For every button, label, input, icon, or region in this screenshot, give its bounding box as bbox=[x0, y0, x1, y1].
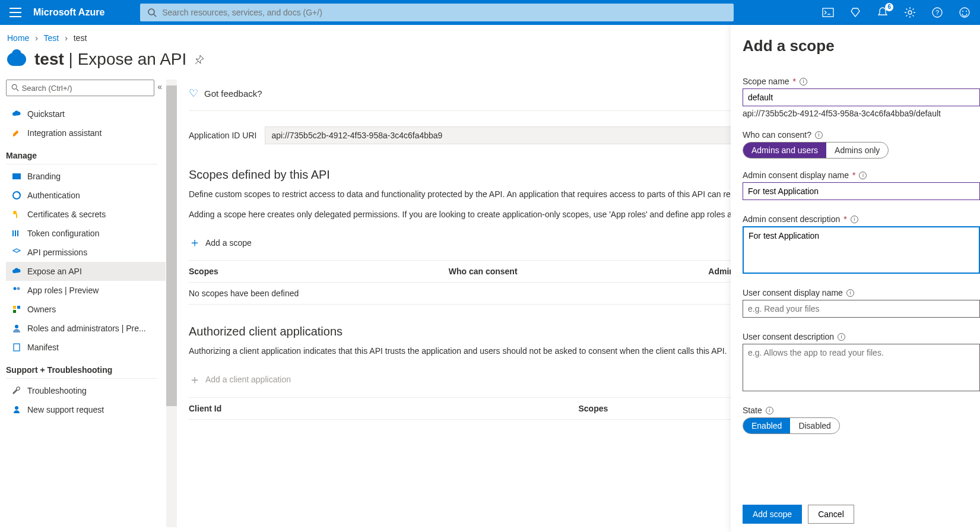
info-icon[interactable]: i bbox=[838, 333, 845, 341]
sidebar-item-quickstart[interactable]: Quickstart bbox=[6, 104, 166, 124]
col-consent: Who can consent bbox=[449, 267, 709, 276]
sidebar-item-manifest[interactable]: Manifest bbox=[6, 338, 166, 357]
svg-line-11 bbox=[17, 89, 19, 91]
svg-rect-25 bbox=[14, 344, 20, 351]
feedback-icon[interactable] bbox=[959, 7, 971, 18]
notifications-icon[interactable]: 6 bbox=[877, 7, 889, 18]
sidebar-item-certificates[interactable]: Certificates & secrets bbox=[6, 205, 166, 224]
pin-icon[interactable] bbox=[195, 55, 204, 64]
svg-point-0 bbox=[148, 9, 154, 15]
svg-point-19 bbox=[14, 287, 17, 290]
sidebar-item-app-roles[interactable]: App roles | Preview bbox=[6, 281, 166, 300]
auth-icon bbox=[12, 191, 21, 200]
cloud-icon bbox=[12, 267, 21, 276]
svg-rect-15 bbox=[16, 214, 17, 218]
app-registration-icon bbox=[7, 53, 26, 66]
sidebar-search[interactable]: Search (Ctrl+/) bbox=[6, 80, 154, 96]
admin-display-input[interactable] bbox=[743, 182, 980, 200]
sidebar-item-branding[interactable]: Branding bbox=[6, 167, 166, 186]
state-disabled[interactable]: Disabled bbox=[790, 418, 839, 433]
brand-label: Microsoft Azure bbox=[33, 7, 104, 18]
info-icon[interactable]: i bbox=[846, 289, 854, 297]
sidebar-scrollbar[interactable] bbox=[166, 80, 177, 527]
svg-rect-12 bbox=[12, 173, 21, 179]
sidebar-item-authentication[interactable]: Authentication bbox=[6, 186, 166, 205]
scope-name-label: Scope name*i bbox=[743, 77, 980, 86]
wrench-icon bbox=[12, 386, 21, 395]
info-icon[interactable]: i bbox=[859, 172, 867, 179]
search-icon bbox=[11, 84, 20, 92]
svg-point-20 bbox=[17, 287, 20, 290]
state-toggle[interactable]: Enabled Disabled bbox=[743, 417, 840, 434]
svg-point-24 bbox=[15, 325, 18, 328]
top-toolbar: 6 ? bbox=[822, 7, 971, 18]
scrollbar-thumb[interactable] bbox=[166, 86, 177, 406]
consent-toggle[interactable]: Admins and users Admins only bbox=[743, 142, 889, 159]
support-icon bbox=[12, 405, 21, 414]
user-display-label: User consent display namei bbox=[743, 288, 980, 297]
sidebar-item-owners[interactable]: Owners bbox=[6, 300, 166, 319]
state-label: Statei bbox=[743, 406, 980, 415]
svg-rect-17 bbox=[15, 230, 16, 236]
sidebar-item-api-permissions[interactable]: API permissions bbox=[6, 243, 166, 262]
sidebar-section-support: Support + Troubleshooting bbox=[6, 357, 157, 379]
consent-label: Who can consent?i bbox=[743, 130, 980, 140]
admin-desc-input[interactable] bbox=[743, 226, 980, 274]
consent-admins-users[interactable]: Admins and users bbox=[743, 142, 826, 158]
consent-admins-only[interactable]: Admins only bbox=[826, 142, 888, 158]
svg-point-26 bbox=[15, 406, 18, 410]
breadcrumb-home[interactable]: Home bbox=[7, 33, 29, 43]
svg-rect-2 bbox=[823, 8, 833, 17]
info-icon[interactable]: i bbox=[800, 78, 807, 86]
col-client-id: Client Id bbox=[189, 404, 579, 413]
menu-icon[interactable] bbox=[9, 7, 21, 18]
panel-title: Add a scope bbox=[743, 37, 980, 55]
sidebar-item-token[interactable]: Token configuration bbox=[6, 224, 166, 243]
sidebar-item-roles-admins[interactable]: Roles and administrators | Pre... bbox=[6, 319, 166, 338]
breadcrumb-l1[interactable]: Test bbox=[44, 33, 59, 43]
rocket-icon bbox=[12, 128, 21, 138]
gear-icon[interactable] bbox=[904, 7, 916, 18]
key-icon bbox=[12, 210, 21, 219]
help-icon[interactable]: ? bbox=[931, 7, 943, 18]
svg-point-4 bbox=[908, 11, 912, 14]
add-scope-submit-button[interactable]: Add scope bbox=[743, 505, 802, 524]
page-title: test | Expose an API bbox=[34, 50, 186, 69]
info-icon[interactable]: i bbox=[766, 407, 773, 414]
manifest-icon bbox=[12, 343, 21, 352]
admin-icon bbox=[12, 324, 21, 333]
directory-icon[interactable] bbox=[849, 7, 861, 18]
collapse-icon[interactable]: « bbox=[157, 82, 162, 91]
svg-line-1 bbox=[154, 14, 156, 17]
sidebar-item-support-request[interactable]: New support request bbox=[6, 400, 166, 419]
token-icon bbox=[12, 229, 21, 238]
user-display-input[interactable] bbox=[743, 300, 980, 318]
info-icon[interactable]: i bbox=[815, 131, 823, 139]
svg-rect-21 bbox=[13, 306, 16, 309]
cloud-shell-icon[interactable] bbox=[822, 7, 834, 18]
state-enabled[interactable]: Enabled bbox=[743, 418, 790, 433]
users-icon bbox=[12, 286, 21, 295]
scope-uri-hint: api://735b5c2b-4912-4f53-958a-3c4c6fa4bb… bbox=[743, 109, 980, 118]
branding-icon bbox=[12, 172, 21, 181]
api-perm-icon bbox=[12, 248, 21, 257]
notifications-badge: 6 bbox=[885, 3, 893, 11]
admin-display-label: Admin consent display name*i bbox=[743, 170, 980, 180]
heart-icon: ♡ bbox=[189, 87, 198, 100]
owners-icon bbox=[12, 305, 21, 314]
add-scope-panel: Add a scope Scope name*i api://735b5c2b-… bbox=[731, 25, 980, 532]
svg-rect-23 bbox=[13, 310, 16, 313]
svg-point-10 bbox=[12, 84, 17, 89]
sidebar-item-troubleshooting[interactable]: Troubleshooting bbox=[6, 381, 166, 400]
svg-point-9 bbox=[966, 11, 967, 12]
top-bar: Microsoft Azure 6 ? bbox=[0, 0, 980, 25]
sidebar-item-expose-api[interactable]: Expose an API bbox=[6, 262, 166, 281]
scope-name-input[interactable] bbox=[743, 88, 980, 106]
cancel-button[interactable]: Cancel bbox=[808, 505, 854, 524]
global-search-input[interactable] bbox=[162, 8, 727, 17]
global-search[interactable] bbox=[140, 4, 734, 21]
user-desc-input[interactable] bbox=[743, 344, 980, 391]
col-scopes: Scopes bbox=[189, 267, 449, 276]
info-icon[interactable]: i bbox=[851, 216, 858, 223]
sidebar-item-integration[interactable]: Integration assistant bbox=[6, 124, 166, 142]
